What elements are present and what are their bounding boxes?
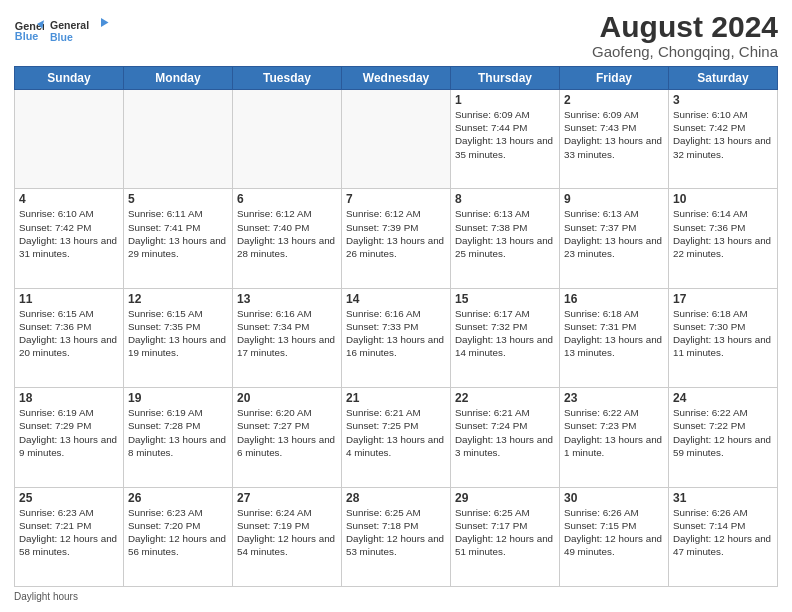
day-info: Sunrise: 6:26 AM Sunset: 7:14 PM Dayligh… xyxy=(673,506,773,559)
svg-text:Blue: Blue xyxy=(15,30,38,42)
day-number: 20 xyxy=(237,391,337,405)
day-info: Sunrise: 6:20 AM Sunset: 7:27 PM Dayligh… xyxy=(237,406,337,459)
col-saturday: Saturday xyxy=(669,67,778,90)
day-info: Sunrise: 6:13 AM Sunset: 7:38 PM Dayligh… xyxy=(455,207,555,260)
calendar-cell: 16Sunrise: 6:18 AM Sunset: 7:31 PM Dayli… xyxy=(560,288,669,387)
svg-marker-5 xyxy=(101,18,109,27)
calendar-cell: 31Sunrise: 6:26 AM Sunset: 7:14 PM Dayli… xyxy=(669,487,778,586)
day-number: 4 xyxy=(19,192,119,206)
calendar-cell: 9Sunrise: 6:13 AM Sunset: 7:37 PM Daylig… xyxy=(560,189,669,288)
calendar-cell: 28Sunrise: 6:25 AM Sunset: 7:18 PM Dayli… xyxy=(342,487,451,586)
week-row-1: 4Sunrise: 6:10 AM Sunset: 7:42 PM Daylig… xyxy=(15,189,778,288)
calendar-cell xyxy=(15,90,124,189)
day-info: Sunrise: 6:23 AM Sunset: 7:20 PM Dayligh… xyxy=(128,506,228,559)
day-number: 19 xyxy=(128,391,228,405)
day-number: 31 xyxy=(673,491,773,505)
header: General Blue General Blue August 2024 Ga… xyxy=(14,10,778,60)
day-info: Sunrise: 6:19 AM Sunset: 7:28 PM Dayligh… xyxy=(128,406,228,459)
calendar-table: Sunday Monday Tuesday Wednesday Thursday… xyxy=(14,66,778,587)
calendar-cell: 25Sunrise: 6:23 AM Sunset: 7:21 PM Dayli… xyxy=(15,487,124,586)
day-number: 25 xyxy=(19,491,119,505)
day-number: 13 xyxy=(237,292,337,306)
day-info: Sunrise: 6:17 AM Sunset: 7:32 PM Dayligh… xyxy=(455,307,555,360)
day-number: 6 xyxy=(237,192,337,206)
day-number: 11 xyxy=(19,292,119,306)
day-number: 23 xyxy=(564,391,664,405)
calendar-cell xyxy=(342,90,451,189)
day-info: Sunrise: 6:15 AM Sunset: 7:36 PM Dayligh… xyxy=(19,307,119,360)
day-number: 5 xyxy=(128,192,228,206)
day-info: Sunrise: 6:22 AM Sunset: 7:23 PM Dayligh… xyxy=(564,406,664,459)
day-number: 3 xyxy=(673,93,773,107)
day-info: Sunrise: 6:16 AM Sunset: 7:34 PM Dayligh… xyxy=(237,307,337,360)
calendar-body: 1Sunrise: 6:09 AM Sunset: 7:44 PM Daylig… xyxy=(15,90,778,587)
calendar-cell: 14Sunrise: 6:16 AM Sunset: 7:33 PM Dayli… xyxy=(342,288,451,387)
col-sunday: Sunday xyxy=(15,67,124,90)
day-info: Sunrise: 6:10 AM Sunset: 7:42 PM Dayligh… xyxy=(673,108,773,161)
col-friday: Friday xyxy=(560,67,669,90)
calendar-cell: 23Sunrise: 6:22 AM Sunset: 7:23 PM Dayli… xyxy=(560,388,669,487)
day-number: 8 xyxy=(455,192,555,206)
col-monday: Monday xyxy=(124,67,233,90)
day-number: 14 xyxy=(346,292,446,306)
calendar-cell: 3Sunrise: 6:10 AM Sunset: 7:42 PM Daylig… xyxy=(669,90,778,189)
calendar-cell: 2Sunrise: 6:09 AM Sunset: 7:43 PM Daylig… xyxy=(560,90,669,189)
calendar-cell: 24Sunrise: 6:22 AM Sunset: 7:22 PM Dayli… xyxy=(669,388,778,487)
day-info: Sunrise: 6:26 AM Sunset: 7:15 PM Dayligh… xyxy=(564,506,664,559)
day-number: 9 xyxy=(564,192,664,206)
day-info: Sunrise: 6:09 AM Sunset: 7:44 PM Dayligh… xyxy=(455,108,555,161)
day-info: Sunrise: 6:24 AM Sunset: 7:19 PM Dayligh… xyxy=(237,506,337,559)
day-info: Sunrise: 6:21 AM Sunset: 7:25 PM Dayligh… xyxy=(346,406,446,459)
calendar-cell: 8Sunrise: 6:13 AM Sunset: 7:38 PM Daylig… xyxy=(451,189,560,288)
calendar-cell: 26Sunrise: 6:23 AM Sunset: 7:20 PM Dayli… xyxy=(124,487,233,586)
day-info: Sunrise: 6:19 AM Sunset: 7:29 PM Dayligh… xyxy=(19,406,119,459)
calendar-cell: 19Sunrise: 6:19 AM Sunset: 7:28 PM Dayli… xyxy=(124,388,233,487)
col-wednesday: Wednesday xyxy=(342,67,451,90)
daylight-label: Daylight hours xyxy=(14,591,78,602)
svg-text:Blue: Blue xyxy=(50,31,73,43)
page-subtitle: Gaofeng, Chongqing, China xyxy=(592,43,778,60)
day-info: Sunrise: 6:25 AM Sunset: 7:18 PM Dayligh… xyxy=(346,506,446,559)
calendar-cell: 11Sunrise: 6:15 AM Sunset: 7:36 PM Dayli… xyxy=(15,288,124,387)
day-info: Sunrise: 6:16 AM Sunset: 7:33 PM Dayligh… xyxy=(346,307,446,360)
day-info: Sunrise: 6:10 AM Sunset: 7:42 PM Dayligh… xyxy=(19,207,119,260)
col-tuesday: Tuesday xyxy=(233,67,342,90)
title-block: August 2024 Gaofeng, Chongqing, China xyxy=(592,10,778,60)
day-info: Sunrise: 6:25 AM Sunset: 7:17 PM Dayligh… xyxy=(455,506,555,559)
day-number: 1 xyxy=(455,93,555,107)
day-number: 2 xyxy=(564,93,664,107)
day-number: 21 xyxy=(346,391,446,405)
day-info: Sunrise: 6:18 AM Sunset: 7:31 PM Dayligh… xyxy=(564,307,664,360)
day-info: Sunrise: 6:22 AM Sunset: 7:22 PM Dayligh… xyxy=(673,406,773,459)
calendar-cell xyxy=(233,90,342,189)
day-number: 18 xyxy=(19,391,119,405)
day-info: Sunrise: 6:12 AM Sunset: 7:40 PM Dayligh… xyxy=(237,207,337,260)
day-number: 12 xyxy=(128,292,228,306)
calendar-cell: 10Sunrise: 6:14 AM Sunset: 7:36 PM Dayli… xyxy=(669,189,778,288)
week-row-2: 11Sunrise: 6:15 AM Sunset: 7:36 PM Dayli… xyxy=(15,288,778,387)
calendar-cell: 7Sunrise: 6:12 AM Sunset: 7:39 PM Daylig… xyxy=(342,189,451,288)
day-number: 16 xyxy=(564,292,664,306)
calendar-cell: 4Sunrise: 6:10 AM Sunset: 7:42 PM Daylig… xyxy=(15,189,124,288)
day-number: 24 xyxy=(673,391,773,405)
day-info: Sunrise: 6:18 AM Sunset: 7:30 PM Dayligh… xyxy=(673,307,773,360)
calendar-cell: 1Sunrise: 6:09 AM Sunset: 7:44 PM Daylig… xyxy=(451,90,560,189)
day-info: Sunrise: 6:13 AM Sunset: 7:37 PM Dayligh… xyxy=(564,207,664,260)
calendar-cell: 27Sunrise: 6:24 AM Sunset: 7:19 PM Dayli… xyxy=(233,487,342,586)
day-number: 7 xyxy=(346,192,446,206)
logo-icon: General Blue xyxy=(14,17,44,47)
week-row-4: 25Sunrise: 6:23 AM Sunset: 7:21 PM Dayli… xyxy=(15,487,778,586)
day-info: Sunrise: 6:21 AM Sunset: 7:24 PM Dayligh… xyxy=(455,406,555,459)
day-number: 17 xyxy=(673,292,773,306)
header-row: Sunday Monday Tuesday Wednesday Thursday… xyxy=(15,67,778,90)
day-info: Sunrise: 6:23 AM Sunset: 7:21 PM Dayligh… xyxy=(19,506,119,559)
day-info: Sunrise: 6:14 AM Sunset: 7:36 PM Dayligh… xyxy=(673,207,773,260)
calendar-cell: 5Sunrise: 6:11 AM Sunset: 7:41 PM Daylig… xyxy=(124,189,233,288)
calendar-cell xyxy=(124,90,233,189)
page: General Blue General Blue August 2024 Ga… xyxy=(0,0,792,612)
calendar-cell: 17Sunrise: 6:18 AM Sunset: 7:30 PM Dayli… xyxy=(669,288,778,387)
day-number: 22 xyxy=(455,391,555,405)
calendar-cell: 20Sunrise: 6:20 AM Sunset: 7:27 PM Dayli… xyxy=(233,388,342,487)
page-title: August 2024 xyxy=(592,10,778,43)
calendar-cell: 18Sunrise: 6:19 AM Sunset: 7:29 PM Dayli… xyxy=(15,388,124,487)
